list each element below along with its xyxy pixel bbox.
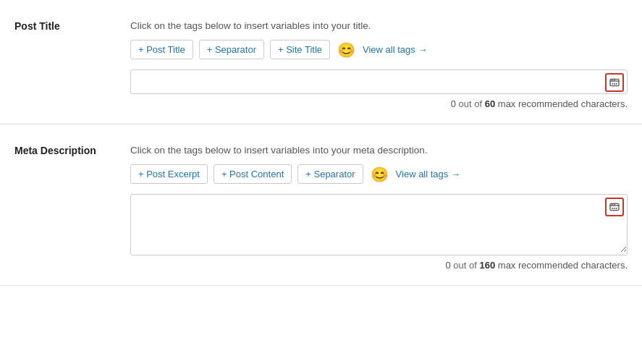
meta-description-content: Click on the tags below to insert variab… bbox=[130, 145, 628, 271]
separator-tag-btn-1[interactable]: + Separator bbox=[199, 40, 264, 59]
post-title-tag-btn[interactable]: + Post Title bbox=[130, 40, 193, 59]
meta-description-variable-btn[interactable] bbox=[605, 198, 624, 216]
post-title-char-max: 60 bbox=[485, 98, 495, 109]
svg-point-13 bbox=[616, 208, 617, 209]
meta-description-tags-row: + Post Excerpt + Post Content + Separato… bbox=[130, 164, 628, 184]
svg-point-6 bbox=[616, 83, 617, 85]
meta-description-char-current: 0 bbox=[445, 260, 450, 271]
meta-description-section: Meta Description Click on the tags below… bbox=[0, 124, 642, 286]
post-title-instruction: Click on the tags below to insert variab… bbox=[130, 20, 628, 31]
svg-point-4 bbox=[612, 83, 613, 85]
post-title-input[interactable] bbox=[131, 70, 627, 93]
post-excerpt-tag-btn[interactable]: + Post Excerpt bbox=[130, 164, 208, 184]
meta-description-char-suffix: max recommended characters. bbox=[498, 260, 628, 271]
post-title-tags-row: + Post Title + Separator + Site Title 😊 … bbox=[130, 40, 628, 59]
meta-description-char-separator: out of bbox=[453, 260, 479, 271]
svg-point-11 bbox=[612, 208, 613, 209]
post-title-input-wrapper bbox=[130, 69, 628, 94]
post-content-tag-btn[interactable]: + Post Content bbox=[214, 164, 292, 184]
emoji-picker-btn-title[interactable]: 😊 bbox=[336, 43, 357, 57]
meta-description-label: Meta Description bbox=[14, 145, 130, 271]
svg-point-5 bbox=[614, 83, 615, 85]
post-title-content: Click on the tags below to insert variab… bbox=[130, 20, 628, 109]
view-all-tags-link-title[interactable]: View all tags → bbox=[363, 44, 427, 55]
meta-description-instruction: Click on the tags below to insert variab… bbox=[130, 145, 628, 156]
post-title-section: Post Title Click on the tags below to in… bbox=[0, 0, 642, 124]
post-title-label: Post Title bbox=[14, 20, 130, 109]
post-title-char-separator: out of bbox=[459, 98, 485, 109]
post-title-char-count: 0 out of 60 max recommended characters. bbox=[130, 98, 628, 109]
view-all-tags-link-meta[interactable]: View all tags → bbox=[396, 169, 460, 179]
meta-description-char-count: 0 out of 160 max recommended characters. bbox=[130, 260, 628, 271]
post-title-char-suffix: max recommended characters. bbox=[498, 98, 628, 109]
meta-description-textarea[interactable] bbox=[131, 195, 627, 253]
meta-description-textarea-wrapper bbox=[130, 194, 628, 255]
post-title-char-current: 0 bbox=[451, 98, 456, 109]
svg-point-12 bbox=[614, 208, 615, 209]
separator-tag-btn-2[interactable]: + Separator bbox=[297, 164, 363, 184]
emoji-picker-btn-meta[interactable]: 😊 bbox=[369, 167, 390, 182]
site-title-tag-btn[interactable]: + Site Title bbox=[270, 40, 330, 59]
post-title-variable-btn[interactable] bbox=[605, 73, 624, 92]
meta-description-char-max: 160 bbox=[479, 260, 495, 271]
